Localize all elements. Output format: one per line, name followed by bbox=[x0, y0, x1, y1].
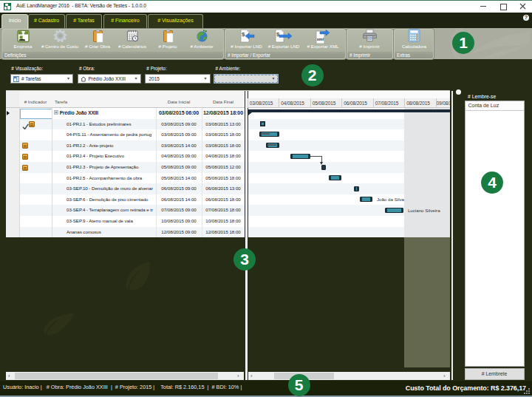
svg-text:xml: xml bbox=[317, 37, 324, 41]
svg-text:$: $ bbox=[242, 31, 245, 38]
svg-text:101: 101 bbox=[368, 37, 372, 40]
